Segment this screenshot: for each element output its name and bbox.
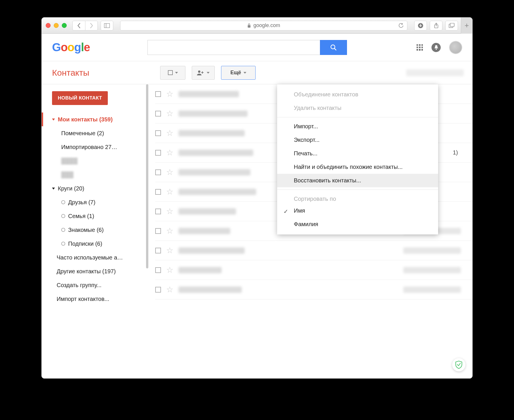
- sidebar-item-hidden[interactable]: ████: [42, 154, 146, 168]
- svg-rect-0: [104, 23, 110, 28]
- more-button[interactable]: Ещё: [221, 66, 256, 80]
- sidebar-item-label: Импорт контактов...: [57, 294, 109, 303]
- dd-merge-contacts: Объединение контактов: [277, 88, 438, 101]
- apps-icon[interactable]: [417, 44, 423, 51]
- row-checkbox[interactable]: [155, 287, 161, 293]
- star-icon[interactable]: ☆: [166, 109, 173, 118]
- close-window-button[interactable]: [46, 23, 51, 28]
- row-checkbox[interactable]: [155, 189, 161, 195]
- sidebar-item-label: Друзья (7): [68, 198, 95, 207]
- contact-name: [179, 287, 242, 293]
- search-icon: [330, 44, 337, 51]
- sidebar-item-label: Другие контакты (197): [57, 267, 116, 276]
- sidebar-item-circles[interactable]: Круги (20): [42, 182, 146, 195]
- minimize-window-button[interactable]: [54, 23, 59, 28]
- sidebar-item-starred[interactable]: Помеченные (2): [42, 126, 146, 140]
- sidebar-item-other-contacts[interactable]: Другие контакты (197): [42, 264, 146, 278]
- sidebar-item-label: Импортировано 27…: [61, 142, 117, 152]
- sidebar-toggle-button[interactable]: [101, 21, 113, 30]
- row-checkbox[interactable]: [155, 169, 161, 175]
- sidebar-item-create-group[interactable]: Создать группу...: [42, 278, 146, 292]
- sidebar-item-import[interactable]: Импорт контактов...: [42, 292, 146, 306]
- dd-find-merge[interactable]: Найти и объединить похожие контакты...: [277, 160, 438, 174]
- circle-icon: [61, 200, 65, 204]
- sidebar-item-imported[interactable]: Импортировано 27…: [42, 140, 146, 154]
- maximize-window-button[interactable]: [62, 23, 67, 28]
- nav-back-forward: [72, 21, 98, 30]
- sidebar-item-hidden[interactable]: ███: [42, 168, 146, 182]
- address-bar[interactable]: google.com: [120, 21, 407, 30]
- star-icon[interactable]: ☆: [166, 148, 173, 157]
- more-dropdown: Объединение контактов Удалить контакты И…: [277, 84, 438, 234]
- adguard-badge[interactable]: [452, 358, 465, 371]
- sidebar: НОВЫЙ КОНТАКТ Мои контакты (359) Помечен…: [42, 84, 146, 378]
- dd-sort-lastname[interactable]: Фамилия: [277, 217, 438, 231]
- forward-button[interactable]: [85, 21, 98, 30]
- checkbox-icon: [168, 70, 173, 75]
- dd-import[interactable]: Импорт...: [277, 120, 438, 133]
- notifications-button[interactable]: [431, 43, 441, 52]
- contact-name: [179, 267, 222, 273]
- dd-sort-label: Сортировать по: [277, 192, 438, 204]
- svg-rect-2: [248, 25, 251, 28]
- dd-export[interactable]: Экспорт...: [277, 133, 438, 147]
- search-input[interactable]: [147, 40, 320, 55]
- dd-delete-contacts: Удалить контакты: [277, 101, 438, 115]
- back-button[interactable]: [72, 21, 85, 30]
- new-tab-button[interactable]: +: [461, 18, 472, 34]
- row-checkbox[interactable]: [155, 130, 161, 136]
- row-checkbox[interactable]: [155, 91, 161, 97]
- search-button[interactable]: [320, 40, 347, 55]
- sidebar-circle-item[interactable]: Подписки (6): [42, 237, 146, 251]
- new-contact-button[interactable]: НОВЫЙ КОНТАКТ: [52, 91, 108, 105]
- row-checkbox[interactable]: [155, 111, 161, 117]
- safari-window: google.com + Google: [41, 17, 473, 379]
- star-icon[interactable]: ☆: [166, 128, 173, 138]
- contact-row[interactable]: ☆: [155, 260, 472, 280]
- sidebar-circle-item[interactable]: Друзья (7): [42, 195, 146, 209]
- sidebar-item-frequent[interactable]: Часто используемые а…: [42, 251, 146, 264]
- row-checkbox[interactable]: [155, 209, 161, 214]
- contact-row[interactable]: ☆: [155, 280, 472, 299]
- star-icon[interactable]: ☆: [166, 226, 173, 236]
- scrollbar[interactable]: [146, 84, 148, 268]
- sidebar-item-label: Круги (20): [58, 184, 84, 193]
- tabs-button[interactable]: [445, 21, 458, 30]
- svg-rect-6: [450, 23, 454, 27]
- sidebar-circle-item[interactable]: Семья (1): [42, 209, 146, 223]
- sidebar-item-my-contacts[interactable]: Мои контакты (359): [42, 112, 146, 126]
- star-icon[interactable]: ☆: [166, 246, 173, 255]
- avatar[interactable]: [449, 41, 462, 54]
- google-logo[interactable]: Google: [52, 41, 90, 54]
- chevron-down-icon: [243, 72, 246, 74]
- row-checkbox[interactable]: [155, 267, 161, 273]
- google-header: Google: [42, 34, 472, 61]
- star-icon[interactable]: ☆: [166, 265, 173, 275]
- menu-separator: [277, 190, 438, 190]
- sidebar-circle-item[interactable]: Знакомые (6): [42, 223, 146, 237]
- more-label: Ещё: [230, 70, 241, 76]
- dd-print[interactable]: Печать...: [277, 147, 438, 160]
- select-all-button[interactable]: [160, 66, 185, 80]
- add-contact-button[interactable]: [192, 66, 215, 80]
- star-icon[interactable]: ☆: [166, 167, 173, 177]
- star-icon[interactable]: ☆: [166, 285, 173, 294]
- row-checkbox[interactable]: [155, 248, 161, 253]
- reload-icon[interactable]: [398, 23, 404, 28]
- star-icon[interactable]: ☆: [166, 89, 173, 99]
- dd-sort-firstname[interactable]: ✓ Имя: [277, 204, 438, 217]
- downloads-button[interactable]: [414, 21, 427, 30]
- url-host: google.com: [253, 22, 280, 28]
- svg-line-8: [334, 48, 336, 50]
- contact-row[interactable]: ☆: [155, 241, 472, 260]
- dd-restore-contacts[interactable]: Восстановить контакты...: [277, 174, 438, 187]
- star-icon[interactable]: ☆: [166, 207, 173, 216]
- contact-name: [179, 169, 250, 175]
- star-icon[interactable]: ☆: [166, 187, 173, 196]
- check-icon: ✓: [283, 208, 288, 215]
- row-checkbox[interactable]: [155, 150, 161, 156]
- row-checkbox[interactable]: [155, 228, 161, 234]
- contact-name: [179, 110, 248, 117]
- share-button[interactable]: [430, 21, 442, 30]
- search-form: [147, 40, 347, 55]
